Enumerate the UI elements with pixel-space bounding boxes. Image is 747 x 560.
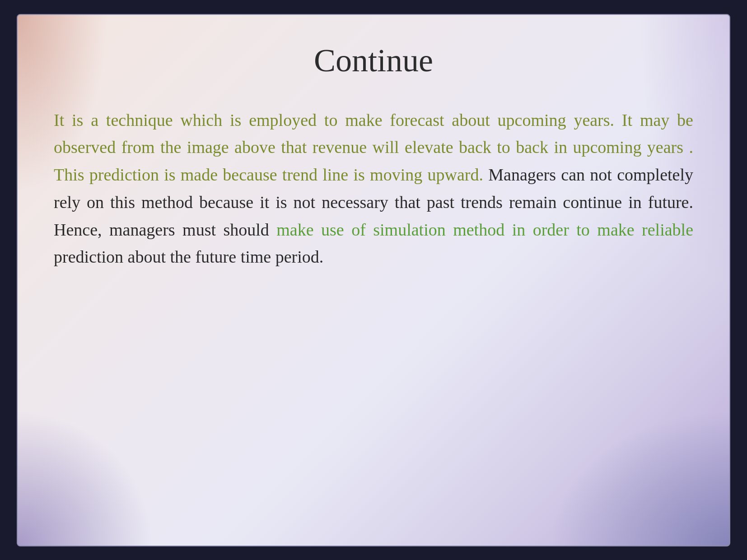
slide-body: It is a technique which is employed to m… [54,106,693,271]
slide-title: Continue [54,42,693,79]
paragraph-segment-green: make use of simulation method in order t… [276,220,693,239]
slide-container: Continue It is a technique which is empl… [17,14,730,546]
paragraph-segment-dark-2: prediction about the future time period. [54,247,323,266]
